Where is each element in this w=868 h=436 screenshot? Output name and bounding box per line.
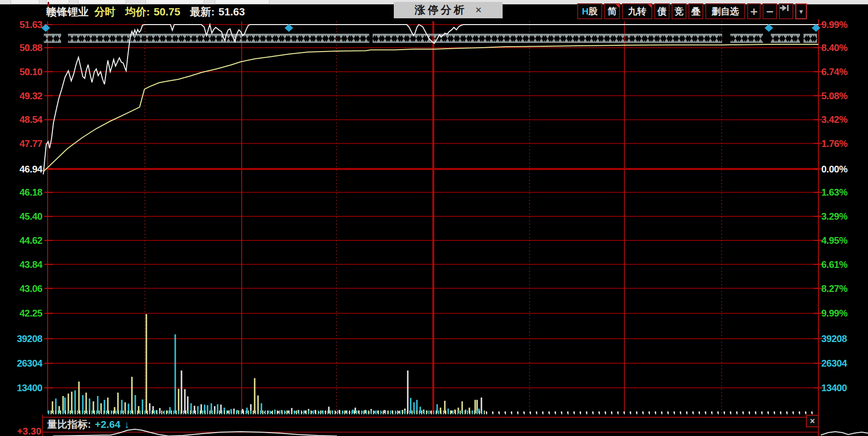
price-axis-label: 42.25 [0,308,42,319]
price-axis-label: 44.62 [0,235,42,246]
indicator-pane-close-button[interactable]: × [806,415,819,427]
percent-axis-label: 8.40% [821,42,868,53]
percent-axis-label: 9.99% [821,19,868,30]
volume-baseline-ticks [486,411,817,414]
percent-axis-label: 5.08% [821,90,868,101]
trading-app-screen: 赣锋锂业 分时 均价: 50.75 最新: 51.63 涨停分析 × H股简九转… [0,0,868,436]
volume-axis-label: 13400 [0,383,42,394]
price-axis-label: 46.94 [0,163,42,174]
down-arrow-icon: ↓ [124,419,129,430]
percent-axis-label: 1.63% [821,187,868,198]
price-axis-label: 50.10 [0,66,42,77]
price-axis-label: 47.77 [0,138,42,149]
volume-ratio-indicator: 量比指标: +2.64 ↓ [47,418,129,431]
price-axis-label: 50.88 [0,42,42,53]
volume-axis-label: 26304 [0,358,42,369]
price-axis-label: 46.18 [0,187,42,198]
volume-axis-label: 13400 [821,383,868,394]
price-axis-label: 48.54 [0,114,42,125]
percent-axis-label: 3.29% [821,211,868,222]
volume-axis-label: 39208 [0,333,42,344]
percent-axis-label: 4.95% [821,235,868,246]
price-axis-label: 43.84 [0,259,42,270]
volume-baseline-ticks [48,410,486,414]
percent-axis-label: 3.42% [821,114,868,125]
percent-axis-label: 6.61% [821,259,868,270]
percent-axis-label: 6.74% [821,66,868,77]
percent-axis-label: 9.99% [821,308,868,319]
price-axis-label: 49.32 [0,90,42,101]
indicator-axis-label: +3.30 [0,426,41,436]
indicator-name: 量比指标: [47,418,91,431]
indicator-value: +2.64 [95,419,120,430]
price-axis-label: 45.40 [0,211,42,222]
percent-axis-label: 0.00% [821,163,868,174]
volume-axis-label: 39208 [821,333,868,344]
volume-axis-label: 26304 [821,358,868,369]
intraday-chart[interactable] [0,0,868,436]
percent-axis-label: 1.76% [821,138,868,149]
price-axis-label: 51.63 [0,19,42,30]
price-axis-label: 43.06 [0,283,42,294]
percent-axis-label: 8.27% [821,283,868,294]
